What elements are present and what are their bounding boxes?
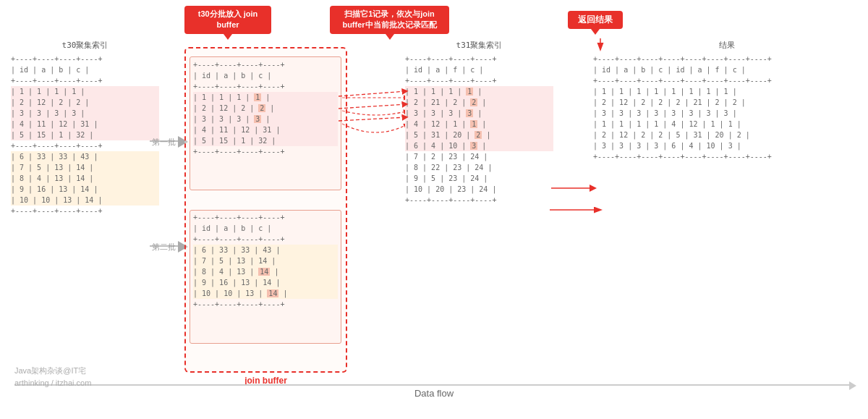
watermark: Java架构杂谈@IT宅 arthinking / itzhai.com <box>14 365 91 390</box>
t30-table-block: t30聚集索引 +----+----+----+----+ | id | a |… <box>11 40 159 216</box>
buffer-batch2-table: +----+----+----+----+ | id | a | b | c |… <box>193 212 338 310</box>
result-table-block: 结果 +----+----+----+----+----+----+----+-… <box>593 40 861 162</box>
batch1-label: 第一批 <box>152 136 188 148</box>
data-flow-arrow <box>849 381 856 390</box>
data-flow-label: Data flow <box>409 388 459 399</box>
batch2-label: 第二批 <box>152 241 188 253</box>
watermark-line2: arthinking / itzhai.com <box>14 377 91 390</box>
t30-title: t30聚集索引 <box>11 40 159 51</box>
svg-line-2 <box>339 117 407 121</box>
callout-return-result: 返回结果 <box>568 11 623 29</box>
buffer-batch1-table: +----+----+----+----+ | id | a | b | c |… <box>193 59 338 157</box>
svg-line-0 <box>339 91 407 96</box>
result-title: 结果 <box>593 40 861 51</box>
watermark-line1: Java架构杂谈@IT宅 <box>14 365 91 378</box>
data-flow-line <box>14 384 854 386</box>
callout-join-buffer: t30分批放入 join buffer <box>184 6 271 34</box>
svg-line-1 <box>339 104 407 109</box>
t31-table-block: t31聚集索引 +----+----+----+----+ | id | a |… <box>405 40 553 206</box>
callout-scan: 扫描它1记录，依次与join buffer中当前批次记录匹配 <box>330 6 449 34</box>
t31-title: t31聚集索引 <box>405 40 553 51</box>
main-container: t30分批放入 join buffer 扫描它1记录，依次与join buffe… <box>0 0 868 419</box>
